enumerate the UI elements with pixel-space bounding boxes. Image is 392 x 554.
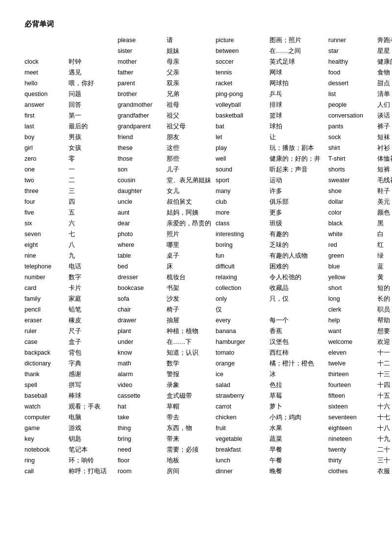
english-word: bed [118, 261, 167, 272]
english-word: dictionary [24, 358, 69, 369]
english-word: fourteen [328, 380, 377, 390]
vocab-entry: watch观看；手表 [24, 401, 114, 412]
chinese-meaning: 卡片 [69, 283, 114, 293]
chinese-meaning: 背包 [69, 347, 114, 358]
vocab-entry: chair椅子 [118, 304, 212, 315]
vocab-entry: play玩；播放；剧本 [216, 143, 324, 153]
english-word: know [118, 347, 167, 358]
vocab-entry: grandparent祖父母 [118, 121, 212, 132]
english-word: key [24, 434, 69, 444]
vocab-entry: long长的 [328, 293, 392, 304]
chinese-meaning: 早餐 [270, 444, 324, 455]
vocab-entry: soccer英式足球 [216, 56, 324, 67]
vocab-entry: food食物 [328, 67, 392, 78]
column-1: clock时钟meet遇见hello喂，你好question问题answer回答… [24, 35, 118, 477]
english-word: notebook [24, 444, 69, 455]
vocab-entry: nine九 [24, 250, 114, 261]
chinese-meaning: 时钟 [69, 56, 114, 67]
english-word: card [24, 283, 69, 293]
chinese-meaning: 让 [270, 132, 324, 143]
vocab-entry: dinner晚餐 [216, 466, 324, 477]
english-word: 仅 [216, 304, 270, 315]
vocab-entry: sport运动 [216, 175, 324, 186]
chinese-meaning: 红 [377, 240, 392, 250]
english-word: lunch [216, 455, 270, 466]
vocab-entry: difficult困难的 [216, 261, 324, 272]
vocab-entry: many许多 [216, 186, 324, 196]
english-word: dinner [216, 466, 270, 477]
english-word: boring [216, 240, 270, 250]
english-word: picture [216, 35, 270, 46]
chinese-meaning: 帮助 [377, 315, 392, 326]
vocab-entry: case盒子 [24, 337, 114, 347]
chinese-meaning: 女孩 [69, 143, 114, 153]
vocab-entry: grandfather祖父 [118, 110, 212, 121]
vocab-entry: racket网球拍 [216, 78, 324, 89]
english-word: T-shirt [328, 153, 377, 164]
english-word: backpack [24, 347, 69, 358]
vocab-entry: thing东西，物 [118, 423, 212, 434]
english-word: hamburger [216, 337, 270, 347]
english-word: volleyball [216, 99, 270, 110]
english-word: watch [24, 401, 69, 412]
chinese-meaning: 家庭 [69, 293, 114, 304]
chinese-meaning: 字典 [69, 358, 114, 369]
chinese-meaning: 姐妹 [167, 46, 212, 56]
vocab-entry: question问题 [24, 89, 114, 99]
chinese-meaning: 在……之间 [270, 46, 324, 56]
vocab-entry: breakfast早餐 [216, 444, 324, 455]
chinese-meaning: 白 [377, 229, 392, 240]
english-word: clothes [328, 466, 377, 477]
vocab-entry: sofa沙发 [118, 293, 212, 304]
chinese-meaning: 香蕉 [270, 326, 324, 337]
chinese-meaning: 图画；照片 [270, 35, 324, 46]
chinese-meaning: 西红柿 [270, 347, 324, 358]
vocab-entry: thirty三十 [328, 455, 392, 466]
english-word: photo [118, 229, 167, 240]
chinese-meaning: 十一 [377, 347, 392, 358]
english-word: red [328, 240, 377, 250]
vocab-entry: bookcase书架 [118, 283, 212, 293]
vocab-entry: well健康的；好的；井 [216, 153, 324, 164]
vocab-entry: computer电脑 [24, 412, 114, 423]
chinese-meaning: 午餐 [270, 455, 324, 466]
vocab-entry: seventeen十七 [328, 412, 392, 423]
english-word: plant [118, 326, 167, 337]
chinese-meaning: 十三 [377, 369, 392, 380]
english-word: dollar [328, 196, 377, 207]
english-word: hello [24, 78, 69, 89]
chinese-meaning: 冰 [270, 369, 324, 380]
chinese-meaning: 十二 [377, 358, 392, 369]
chinese-meaning: 衣服 [377, 466, 392, 477]
english-word: twelve [328, 358, 377, 369]
vocab-entry: three三 [24, 186, 114, 196]
english-word: zero [24, 153, 69, 164]
chinese-meaning: 观看；手表 [69, 401, 114, 412]
vocab-entry: card卡片 [24, 283, 114, 293]
chinese-meaning: 鞋子 [377, 186, 392, 196]
english-word: cassette [118, 390, 167, 401]
vocab-entry: pencil铅笔 [24, 304, 114, 315]
chinese-meaning: 姑妈，阿姨 [167, 207, 212, 218]
vocab-entry: cousin堂、表兄弟姐妹 [118, 175, 212, 186]
vocab-entry: thank感谢 [24, 369, 114, 380]
english-word: video [118, 380, 167, 390]
chinese-meaning: 蓝 [377, 261, 392, 272]
chinese-meaning [69, 46, 114, 56]
english-word: thank [24, 369, 69, 380]
chinese-meaning: 请 [167, 35, 212, 46]
vocab-entry: grandmother祖母 [118, 99, 212, 110]
chinese-meaning: 十五 [377, 390, 392, 401]
vocab-entry: dictionary字典 [24, 358, 114, 369]
english-word [24, 35, 69, 46]
chinese-meaning: 草莓 [270, 390, 324, 401]
chinese-meaning: 梳妆台 [167, 272, 212, 283]
vocab-entry: dear亲爱的，昂贵的 [118, 218, 212, 229]
vocab-entry: strawberry草莓 [216, 390, 324, 401]
vocab-entry: help帮助 [328, 315, 392, 326]
chinese-meaning: 回答 [69, 99, 114, 110]
vocab-entry: video录象 [118, 380, 212, 390]
vocab-entry: fruit水果 [216, 423, 324, 434]
chinese-meaning: 椅子 [167, 304, 212, 315]
chinese-meaning: 亲爱的，昂贵的 [167, 218, 212, 229]
